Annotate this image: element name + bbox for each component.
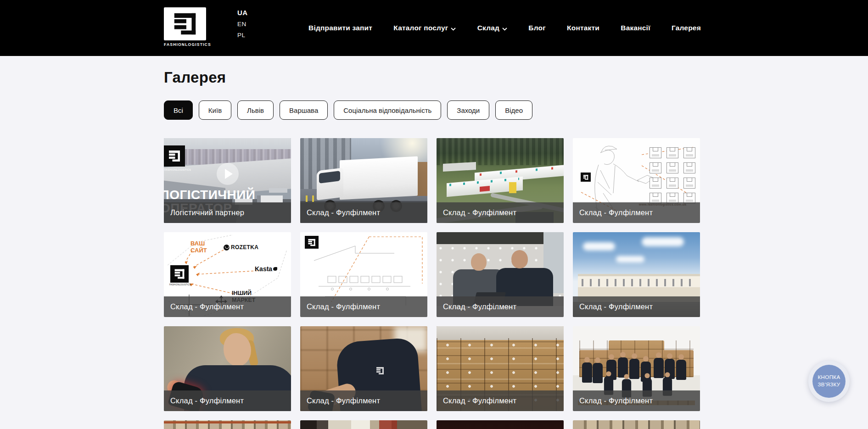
gallery-item[interactable]: Склад - Фулфілмент: [573, 232, 700, 317]
gallery-item[interactable]: Склад - Фулфілмент: [164, 326, 291, 411]
chevron-down-icon: [451, 24, 456, 33]
tile-caption: Склад - Фулфілмент: [437, 390, 564, 411]
lang-en[interactable]: EN: [237, 21, 247, 28]
brand-logo-icon: [164, 7, 206, 40]
nav-services-catalog[interactable]: Каталог послуг: [393, 23, 456, 33]
main-nav: Відправити запит Каталог послуг Склад Бл…: [308, 0, 701, 56]
your-site-label: ВАШ САЙТ: [190, 240, 211, 254]
tile-caption: Склад - Фулфілмент: [300, 390, 427, 411]
filter-events[interactable]: Заходи: [447, 100, 489, 120]
gallery-item[interactable]: Склад - Фулфілмент: [437, 326, 564, 411]
language-switcher: UA EN PL: [237, 9, 247, 39]
gallery-item[interactable]: Склад - Фулфілмент: [300, 138, 427, 223]
page-title: Галерея: [164, 69, 226, 86]
brand-name: FASHIONLOGISTICS: [164, 42, 206, 47]
gallery-item[interactable]: www.fashionlogistics.com.ua Склад - Фулф…: [573, 138, 700, 223]
gallery-item[interactable]: [300, 420, 427, 429]
tile-caption: Склад - Фулфілмент: [164, 296, 291, 317]
gallery-item[interactable]: Склад - Фулфілмент: [437, 138, 564, 223]
gallery-item-video[interactable]: FASHIONLOGISTICS ЛОГІСТИЧНИЙОПЕРАТОР Лог…: [164, 138, 291, 223]
filter-video[interactable]: Відео: [495, 100, 532, 120]
gallery-item[interactable]: Склад - Фулфілмент: [300, 232, 427, 317]
nav-blog[interactable]: Блог: [528, 24, 546, 32]
fl-chest-logo: [375, 366, 385, 377]
tile-caption: Склад - Фулфілмент: [573, 202, 700, 223]
gallery-item[interactable]: Склад - Фулфілмент: [437, 232, 564, 317]
filter-social-responsibility[interactable]: Соціальна відповідальність: [334, 100, 441, 120]
filter-all[interactable]: Всі: [164, 100, 193, 120]
gallery-filters: Всі Київ Львів Варшава Соціальна відпові…: [164, 100, 532, 120]
kasta-label: Kasta: [255, 265, 277, 273]
gallery-grid: FASHIONLOGISTICS ЛОГІСТИЧНИЙОПЕРАТОР Лог…: [164, 138, 700, 429]
fl-logo-text: FASHIONLOGISTICS: [169, 284, 191, 286]
tile-caption: Склад - Фулфілмент: [573, 390, 700, 411]
truck-trailer: [340, 156, 418, 200]
fl-logo-badge: [164, 145, 185, 167]
box-icons-grid: [650, 147, 695, 204]
rozetka-icon: [224, 245, 230, 251]
gallery-item[interactable]: ВАШ САЙТ ROZETKA Kasta ІНШИЙ МАРКЕТ FASH…: [164, 232, 291, 317]
gallery-item[interactable]: [164, 420, 291, 429]
nav-gallery[interactable]: Галерея: [672, 24, 701, 32]
tile-caption: Склад - Фулфілмент: [437, 202, 564, 223]
gallery-page: FASHIONLOGISTICS UA EN PL Відправити зап…: [0, 0, 868, 429]
filter-lviv[interactable]: Львів: [237, 100, 274, 120]
fl-logo-badge: [170, 265, 189, 283]
filter-kyiv[interactable]: Київ: [199, 100, 231, 120]
fl-monogram-icon: [170, 11, 200, 37]
tile-caption: Склад - Фулфілмент: [300, 202, 427, 223]
site-header: FASHIONLOGISTICS UA EN PL Відправити зап…: [0, 0, 868, 56]
gallery-item[interactable]: [573, 420, 700, 429]
fl-logo-badge: [581, 173, 591, 182]
tile-caption: Склад - Фулфілмент: [164, 390, 291, 411]
tile-caption: Склад - Фулфілмент: [573, 296, 700, 317]
fl-logo-badge: [305, 236, 319, 249]
nav-warehouse[interactable]: Склад: [477, 23, 507, 33]
nav-send-request[interactable]: Відправити запит: [308, 24, 372, 32]
tile-caption: Склад - Фулфілмент: [300, 296, 427, 317]
gallery-item[interactable]: [437, 420, 564, 429]
gallery-item[interactable]: Склад - Фулфілмент: [300, 326, 427, 411]
tile-caption: Склад - Фулфілмент: [437, 296, 564, 317]
lang-ua[interactable]: UA: [237, 9, 247, 17]
lang-pl[interactable]: PL: [237, 32, 247, 39]
tile-caption: Логістичний партнер: [164, 202, 291, 223]
contact-floating-button[interactable]: КНОПКА ЗВ'ЯЗКУ: [808, 361, 850, 402]
nav-vacancies[interactable]: Вакансії: [621, 24, 650, 32]
nav-contacts[interactable]: Контакти: [567, 24, 599, 32]
chevron-down-icon: [502, 24, 507, 33]
fl-logo-text: FASHIONLOGISTICS: [164, 168, 196, 171]
play-icon[interactable]: [217, 163, 239, 185]
rozetka-label: ROZETKA: [224, 244, 258, 251]
brand-logo[interactable]: FASHIONLOGISTICS: [164, 7, 206, 47]
contact-button-inner: КНОПКА ЗВ'ЯЗКУ: [812, 365, 846, 398]
filter-warsaw[interactable]: Варшава: [280, 100, 328, 120]
gallery-item[interactable]: Склад - Фулфілмент: [573, 326, 700, 411]
